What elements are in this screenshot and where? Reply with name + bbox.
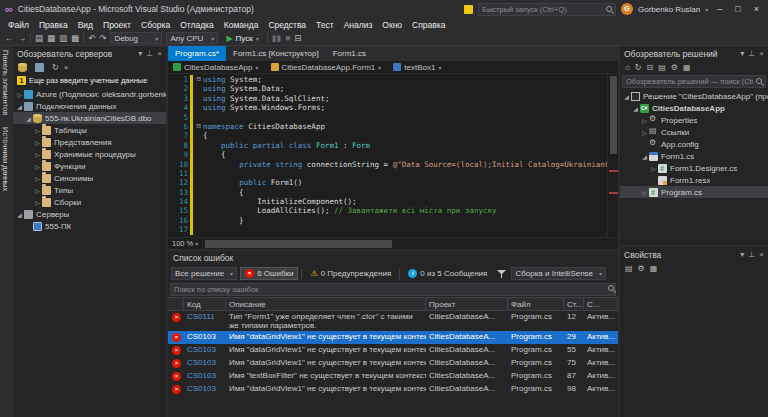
code-line[interactable]: 12 public Form1()	[168, 178, 607, 187]
menu-item-1[interactable]: Правка	[34, 20, 73, 30]
error-row[interactable]: ×CS0103Имя "dataGridView1" не существует…	[168, 357, 618, 370]
expander-down-icon[interactable]: ◢	[15, 211, 24, 218]
start-debug-button[interactable]: ▶ Пуск ▾	[222, 34, 262, 43]
column-project[interactable]: Проект	[426, 298, 508, 310]
solution-tree-item[interactable]: Form1.resx	[620, 174, 768, 186]
undo-icon[interactable]: ↶	[88, 33, 95, 43]
code-editor[interactable]: 1⊟using System;2using System.Data;3using…	[168, 74, 618, 237]
menu-item-10[interactable]: Окно	[377, 20, 407, 30]
server-tree-item[interactable]: ◢Подключения данных	[13, 100, 166, 112]
expander-down-icon[interactable]: ◢	[15, 103, 24, 110]
fold-collapse-icon[interactable]: ⊟	[194, 75, 203, 84]
menu-item-9[interactable]: Анализ	[339, 20, 378, 30]
chevron-down-icon[interactable]: ▾	[740, 250, 744, 259]
scrollbar-thumb[interactable]	[610, 76, 617, 154]
scope-dropdown[interactable]: Все решение ▾	[171, 267, 237, 280]
code-line[interactable]: 3using System.Data.SqlClient;	[168, 94, 607, 103]
solution-tree-item[interactable]: ▷Properties	[620, 114, 768, 126]
code-line[interactable]: 5	[168, 113, 607, 122]
platform-dropdown[interactable]: Any CPU ▾	[166, 32, 218, 44]
menu-item-0[interactable]: Файл	[3, 20, 34, 30]
close-icon[interactable]: ×	[759, 49, 764, 58]
expander-right-icon[interactable]: ▷	[15, 91, 24, 98]
close-icon[interactable]: ×	[157, 49, 162, 58]
navigate-forward-icon[interactable]: →	[18, 33, 27, 43]
server-tree-item[interactable]: ◢Серверы	[13, 208, 166, 220]
refresh-icon[interactable]: ↻	[635, 61, 642, 74]
refresh-icon[interactable]: ↻	[52, 61, 59, 74]
chevron-down-icon[interactable]: ▾	[138, 49, 142, 58]
errors-filter-button[interactable]: × 6 Ошибки	[240, 267, 298, 280]
expander-right-icon[interactable]: ▷	[33, 175, 42, 182]
navigate-back-icon[interactable]: ←	[5, 33, 14, 43]
step-into-icon[interactable]: ⊟	[294, 33, 301, 43]
breadcrumb-project[interactable]: CitiesDatabaseApp ▾	[173, 63, 259, 72]
solution-tree-item[interactable]: ◢CitiesDatabaseApp	[620, 102, 768, 114]
server-tree-item[interactable]: ▷Хранимые процедуры	[13, 148, 166, 160]
user-name[interactable]: Gorbenko Ruslan	[638, 5, 700, 14]
expander-right-icon[interactable]: ▷	[33, 163, 42, 170]
configuration-dropdown[interactable]: Debug ▾	[110, 32, 162, 44]
code-line[interactable]: 7{	[168, 131, 607, 140]
expander-right-icon[interactable]: ▷	[33, 199, 42, 206]
quick-launch-input[interactable]	[478, 3, 616, 16]
column-code[interactable]: Код	[184, 298, 226, 310]
menu-item-2[interactable]: Вид	[73, 20, 98, 30]
fold-collapse-icon[interactable]: ⊟	[194, 122, 203, 131]
server-tree-item[interactable]: ▷Представления	[13, 136, 166, 148]
menu-item-6[interactable]: Команда	[219, 20, 264, 30]
expander-down-icon[interactable]: ◢	[622, 93, 631, 100]
expander-right-icon[interactable]: ▷	[33, 187, 42, 194]
solution-tree-item[interactable]: ◢Form1.cs	[620, 150, 768, 162]
solution-search-input[interactable]	[622, 75, 766, 88]
menu-item-4[interactable]: Сборка	[136, 20, 175, 30]
break-all-icon[interactable]: ▮▮	[272, 33, 281, 43]
breadcrumb-member[interactable]: textBox1 ▾	[393, 63, 441, 72]
code-line[interactable]: 17	[168, 225, 607, 234]
code-line[interactable]: 14 InitializeComponent();	[168, 197, 607, 206]
data-sources-tab[interactable]: Источники данных	[1, 127, 10, 191]
code-line[interactable]: 11	[168, 169, 607, 178]
warnings-filter-button[interactable]: ⚠ 0 Предупреждения	[305, 267, 396, 280]
filter-icon[interactable]	[497, 269, 506, 278]
error-row[interactable]: ×CS0103Имя "textBoxFilter" не существует…	[168, 370, 618, 383]
solution-tree-item[interactable]: App.config	[620, 138, 768, 150]
expander-right-icon[interactable]: ▷	[649, 165, 658, 172]
save-all-icon[interactable]: ▩	[71, 33, 79, 43]
save-icon[interactable]: ▥	[59, 33, 67, 43]
tab-form1-cs[interactable]: Form1.cs	[326, 46, 373, 61]
code-line[interactable]: 1⊟using System;	[168, 75, 607, 84]
show-all-files-icon[interactable]: ▤	[658, 61, 666, 74]
credentials-notice[interactable]: 1 Еще раз введите учетные данные	[13, 74, 166, 87]
user-avatar[interactable]: G	[621, 3, 633, 15]
categorized-icon[interactable]: ▤	[625, 262, 633, 275]
open-file-icon[interactable]: ▦	[47, 33, 55, 43]
expander-down-icon[interactable]: ◢	[640, 153, 649, 160]
messages-filter-button[interactable]: i 0 из 5 Сообщения	[403, 267, 492, 280]
solution-tree-item[interactable]: ▷Ссылки	[620, 126, 768, 138]
expander-down-icon[interactable]: ◢	[24, 115, 33, 122]
error-row[interactable]: ×CS0103Имя "dataGridView1" не существует…	[168, 344, 618, 357]
toolbox-tab[interactable]: Панель элементов	[1, 50, 10, 115]
code-line[interactable]: 15 LoadAllCities(); // Завантажити всі м…	[168, 206, 607, 215]
server-tree-item[interactable]: ▷Сборки	[13, 196, 166, 208]
editor-vertical-scrollbar[interactable]	[607, 74, 618, 237]
user-dropdown-icon[interactable]: ▾	[705, 6, 708, 13]
source-dropdown[interactable]: Сборка и IntelliSense ▾	[511, 267, 606, 280]
notifications-icon[interactable]	[464, 5, 473, 14]
code-line[interactable]: 6⊟namespace CitiesDatabaseApp	[168, 122, 607, 131]
server-tree-item[interactable]: ▷Таблицы	[13, 124, 166, 136]
server-tree-item[interactable]: ▷Синонимы	[13, 172, 166, 184]
error-row[interactable]: ×CS0103Имя "dataGridView1" не существует…	[168, 383, 618, 396]
alphabetical-icon[interactable]: ⚙	[638, 262, 645, 275]
stop-icon[interactable]: ■	[285, 33, 290, 43]
breadcrumb-class[interactable]: CitiesDatabaseApp.Form1 ▾	[271, 63, 382, 72]
connect-server-icon[interactable]	[35, 63, 44, 72]
column-severity[interactable]	[168, 298, 184, 310]
expander-right-icon[interactable]: ▷	[33, 151, 42, 158]
scrollbar-thumb[interactable]	[205, 240, 392, 248]
code-line[interactable]: 9 {	[168, 150, 607, 159]
editor-horizontal-scrollbar[interactable]	[202, 238, 618, 249]
column-file[interactable]: Файл	[508, 298, 564, 310]
column-state[interactable]: С...	[584, 298, 618, 310]
